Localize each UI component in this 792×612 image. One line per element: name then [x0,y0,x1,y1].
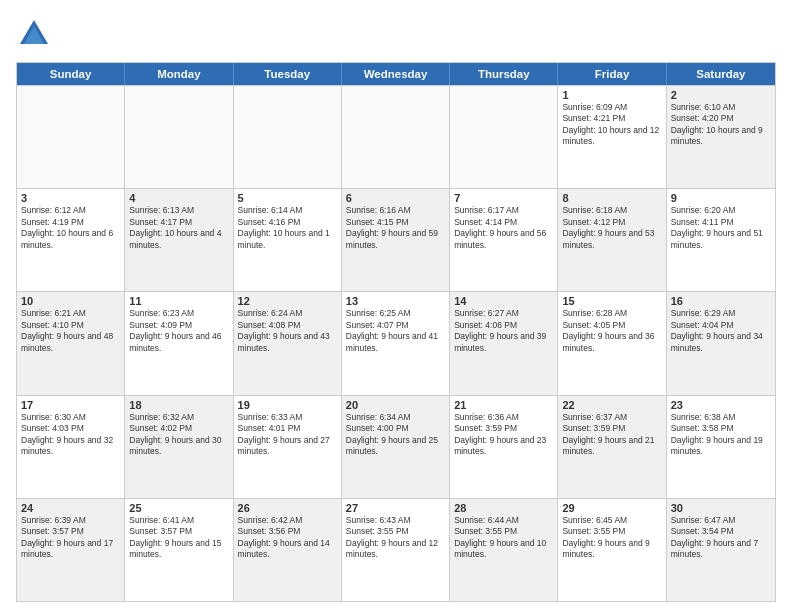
day-number: 23 [671,399,771,411]
calendar-cell: 7Sunrise: 6:17 AM Sunset: 4:14 PM Daylig… [450,189,558,291]
calendar-cell: 10Sunrise: 6:21 AM Sunset: 4:10 PM Dayli… [17,292,125,394]
calendar-cell: 26Sunrise: 6:42 AM Sunset: 3:56 PM Dayli… [234,499,342,601]
day-info: Sunrise: 6:14 AM Sunset: 4:16 PM Dayligh… [238,205,337,251]
day-number: 24 [21,502,120,514]
day-number: 26 [238,502,337,514]
calendar-cell: 27Sunrise: 6:43 AM Sunset: 3:55 PM Dayli… [342,499,450,601]
weekday-header: Thursday [450,63,558,85]
calendar-cell: 20Sunrise: 6:34 AM Sunset: 4:00 PM Dayli… [342,396,450,498]
day-number: 10 [21,295,120,307]
calendar-cell: 28Sunrise: 6:44 AM Sunset: 3:55 PM Dayli… [450,499,558,601]
calendar-row: 17Sunrise: 6:30 AM Sunset: 4:03 PM Dayli… [17,395,775,498]
calendar-cell: 6Sunrise: 6:16 AM Sunset: 4:15 PM Daylig… [342,189,450,291]
calendar-header: SundayMondayTuesdayWednesdayThursdayFrid… [17,63,775,85]
calendar-cell [17,86,125,188]
day-number: 15 [562,295,661,307]
calendar-cell: 5Sunrise: 6:14 AM Sunset: 4:16 PM Daylig… [234,189,342,291]
day-number: 29 [562,502,661,514]
calendar-cell [450,86,558,188]
calendar-cell: 8Sunrise: 6:18 AM Sunset: 4:12 PM Daylig… [558,189,666,291]
day-number: 5 [238,192,337,204]
calendar-cell [234,86,342,188]
page-header [16,16,776,52]
day-info: Sunrise: 6:21 AM Sunset: 4:10 PM Dayligh… [21,308,120,354]
day-number: 20 [346,399,445,411]
calendar-cell: 18Sunrise: 6:32 AM Sunset: 4:02 PM Dayli… [125,396,233,498]
logo [16,16,58,52]
weekday-header: Tuesday [234,63,342,85]
day-info: Sunrise: 6:25 AM Sunset: 4:07 PM Dayligh… [346,308,445,354]
day-info: Sunrise: 6:24 AM Sunset: 4:08 PM Dayligh… [238,308,337,354]
calendar-row: 24Sunrise: 6:39 AM Sunset: 3:57 PM Dayli… [17,498,775,601]
calendar-cell: 3Sunrise: 6:12 AM Sunset: 4:19 PM Daylig… [17,189,125,291]
day-info: Sunrise: 6:17 AM Sunset: 4:14 PM Dayligh… [454,205,553,251]
day-info: Sunrise: 6:42 AM Sunset: 3:56 PM Dayligh… [238,515,337,561]
calendar-cell: 30Sunrise: 6:47 AM Sunset: 3:54 PM Dayli… [667,499,775,601]
calendar-cell: 23Sunrise: 6:38 AM Sunset: 3:58 PM Dayli… [667,396,775,498]
calendar-cell: 22Sunrise: 6:37 AM Sunset: 3:59 PM Dayli… [558,396,666,498]
calendar-body: 1Sunrise: 6:09 AM Sunset: 4:21 PM Daylig… [17,85,775,601]
weekday-header: Monday [125,63,233,85]
day-info: Sunrise: 6:39 AM Sunset: 3:57 PM Dayligh… [21,515,120,561]
day-info: Sunrise: 6:37 AM Sunset: 3:59 PM Dayligh… [562,412,661,458]
calendar-cell [342,86,450,188]
calendar-cell [125,86,233,188]
day-info: Sunrise: 6:20 AM Sunset: 4:11 PM Dayligh… [671,205,771,251]
calendar-row: 1Sunrise: 6:09 AM Sunset: 4:21 PM Daylig… [17,85,775,188]
calendar-cell: 2Sunrise: 6:10 AM Sunset: 4:20 PM Daylig… [667,86,775,188]
day-info: Sunrise: 6:10 AM Sunset: 4:20 PM Dayligh… [671,102,771,148]
logo-icon [16,16,52,52]
day-number: 12 [238,295,337,307]
day-info: Sunrise: 6:45 AM Sunset: 3:55 PM Dayligh… [562,515,661,561]
day-number: 22 [562,399,661,411]
day-info: Sunrise: 6:09 AM Sunset: 4:21 PM Dayligh… [562,102,661,148]
day-number: 19 [238,399,337,411]
weekday-header: Friday [558,63,666,85]
calendar-cell: 12Sunrise: 6:24 AM Sunset: 4:08 PM Dayli… [234,292,342,394]
calendar-cell: 17Sunrise: 6:30 AM Sunset: 4:03 PM Dayli… [17,396,125,498]
day-info: Sunrise: 6:23 AM Sunset: 4:09 PM Dayligh… [129,308,228,354]
day-number: 30 [671,502,771,514]
day-info: Sunrise: 6:28 AM Sunset: 4:05 PM Dayligh… [562,308,661,354]
weekday-header: Sunday [17,63,125,85]
calendar-row: 3Sunrise: 6:12 AM Sunset: 4:19 PM Daylig… [17,188,775,291]
day-number: 1 [562,89,661,101]
calendar-cell: 4Sunrise: 6:13 AM Sunset: 4:17 PM Daylig… [125,189,233,291]
calendar-row: 10Sunrise: 6:21 AM Sunset: 4:10 PM Dayli… [17,291,775,394]
day-number: 7 [454,192,553,204]
day-info: Sunrise: 6:33 AM Sunset: 4:01 PM Dayligh… [238,412,337,458]
calendar-cell: 21Sunrise: 6:36 AM Sunset: 3:59 PM Dayli… [450,396,558,498]
day-info: Sunrise: 6:34 AM Sunset: 4:00 PM Dayligh… [346,412,445,458]
day-info: Sunrise: 6:16 AM Sunset: 4:15 PM Dayligh… [346,205,445,251]
calendar-cell: 15Sunrise: 6:28 AM Sunset: 4:05 PM Dayli… [558,292,666,394]
day-info: Sunrise: 6:43 AM Sunset: 3:55 PM Dayligh… [346,515,445,561]
day-number: 11 [129,295,228,307]
day-info: Sunrise: 6:47 AM Sunset: 3:54 PM Dayligh… [671,515,771,561]
day-info: Sunrise: 6:32 AM Sunset: 4:02 PM Dayligh… [129,412,228,458]
calendar: SundayMondayTuesdayWednesdayThursdayFrid… [16,62,776,602]
day-number: 6 [346,192,445,204]
calendar-cell: 16Sunrise: 6:29 AM Sunset: 4:04 PM Dayli… [667,292,775,394]
day-info: Sunrise: 6:44 AM Sunset: 3:55 PM Dayligh… [454,515,553,561]
day-info: Sunrise: 6:36 AM Sunset: 3:59 PM Dayligh… [454,412,553,458]
day-number: 4 [129,192,228,204]
day-number: 8 [562,192,661,204]
calendar-cell: 25Sunrise: 6:41 AM Sunset: 3:57 PM Dayli… [125,499,233,601]
day-number: 14 [454,295,553,307]
day-number: 3 [21,192,120,204]
day-number: 25 [129,502,228,514]
day-info: Sunrise: 6:38 AM Sunset: 3:58 PM Dayligh… [671,412,771,458]
day-info: Sunrise: 6:13 AM Sunset: 4:17 PM Dayligh… [129,205,228,251]
day-number: 2 [671,89,771,101]
day-info: Sunrise: 6:30 AM Sunset: 4:03 PM Dayligh… [21,412,120,458]
day-info: Sunrise: 6:12 AM Sunset: 4:19 PM Dayligh… [21,205,120,251]
day-number: 9 [671,192,771,204]
day-number: 21 [454,399,553,411]
day-number: 16 [671,295,771,307]
calendar-cell: 19Sunrise: 6:33 AM Sunset: 4:01 PM Dayli… [234,396,342,498]
day-info: Sunrise: 6:18 AM Sunset: 4:12 PM Dayligh… [562,205,661,251]
calendar-cell: 14Sunrise: 6:27 AM Sunset: 4:06 PM Dayli… [450,292,558,394]
weekday-header: Saturday [667,63,775,85]
calendar-cell: 29Sunrise: 6:45 AM Sunset: 3:55 PM Dayli… [558,499,666,601]
day-number: 27 [346,502,445,514]
